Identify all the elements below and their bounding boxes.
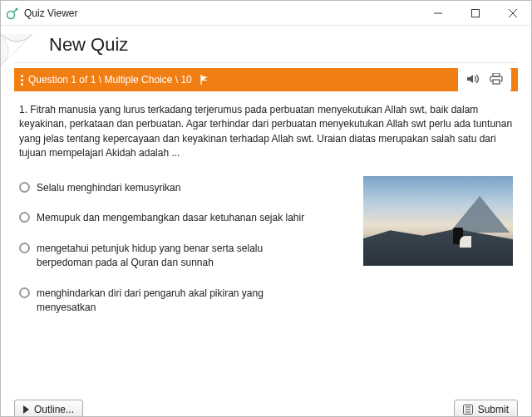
svg-point-2 bbox=[16, 7, 18, 10]
window-minimize-button[interactable] bbox=[419, 1, 456, 26]
submit-icon bbox=[463, 405, 473, 415]
outline-button-label: Outline... bbox=[34, 404, 74, 415]
option-label: menghindarkan diri dari pengaruh akal pi… bbox=[37, 287, 311, 315]
page-curl-decoration bbox=[1, 34, 32, 66]
answers-row: Selalu menghindari kemusyrikan Memupuk d… bbox=[19, 173, 513, 323]
question-bar: Question 1 of 1 \ Multiple Choice \ 10 bbox=[14, 68, 518, 91]
question-bar-label: Question 1 of 1 \ Multiple Choice \ 10 bbox=[28, 74, 192, 86]
question-text: 1. Fitrah manusia yang lurus terkadang t… bbox=[19, 103, 513, 161]
title-divider bbox=[14, 62, 518, 63]
svg-point-0 bbox=[7, 11, 15, 18]
radio-icon bbox=[19, 287, 30, 298]
audio-button[interactable] bbox=[466, 73, 481, 87]
svg-rect-10 bbox=[493, 80, 500, 84]
option-label: Memupuk dan mengembangkan dasar ketuhana… bbox=[37, 211, 304, 225]
audio-icon bbox=[466, 73, 481, 85]
print-button[interactable] bbox=[490, 73, 503, 87]
window-maximize-button[interactable] bbox=[456, 1, 494, 26]
svg-rect-4 bbox=[471, 9, 479, 17]
submit-button-label: Submit bbox=[478, 404, 509, 415]
option-3[interactable]: menghindarkan diri dari pengaruh akal pi… bbox=[19, 278, 352, 323]
question-image bbox=[363, 176, 513, 266]
option-2[interactable]: mengetahui petunjuk hidup yang benar ser… bbox=[19, 233, 352, 278]
option-1[interactable]: Memupuk dan mengembangkan dasar ketuhana… bbox=[19, 203, 352, 233]
quiz-title: New Quiz bbox=[49, 34, 518, 56]
option-label: mengetahui petunjuk hidup yang benar ser… bbox=[37, 242, 311, 270]
window-titlebar: Quiz Viewer bbox=[1, 1, 531, 26]
window-close-button[interactable] bbox=[494, 1, 531, 26]
app-icon bbox=[6, 7, 19, 20]
radio-icon bbox=[19, 212, 30, 223]
flag-icon bbox=[199, 74, 210, 86]
window-title: Quiz Viewer bbox=[24, 7, 77, 19]
radio-icon bbox=[19, 182, 30, 193]
content-area: New Quiz Question 1 of 1 \ Multiple Choi… bbox=[1, 34, 531, 417]
option-label: Selalu menghindari kemusyrikan bbox=[37, 181, 180, 195]
outline-button[interactable]: Outline... bbox=[14, 400, 83, 417]
maximize-icon bbox=[471, 9, 480, 17]
option-0[interactable]: Selalu menghindari kemusyrikan bbox=[19, 173, 352, 204]
submit-button[interactable]: Submit bbox=[454, 400, 518, 417]
print-icon bbox=[490, 73, 503, 85]
footer: Outline... Submit bbox=[14, 400, 518, 417]
flag-button[interactable] bbox=[199, 74, 210, 86]
radio-icon bbox=[19, 243, 30, 253]
answers-list: Selalu menghindari kemusyrikan Memupuk d… bbox=[19, 173, 352, 323]
play-icon bbox=[23, 405, 29, 414]
minimize-icon bbox=[434, 9, 442, 17]
close-icon bbox=[509, 9, 517, 17]
drag-handle-icon[interactable] bbox=[21, 75, 23, 86]
